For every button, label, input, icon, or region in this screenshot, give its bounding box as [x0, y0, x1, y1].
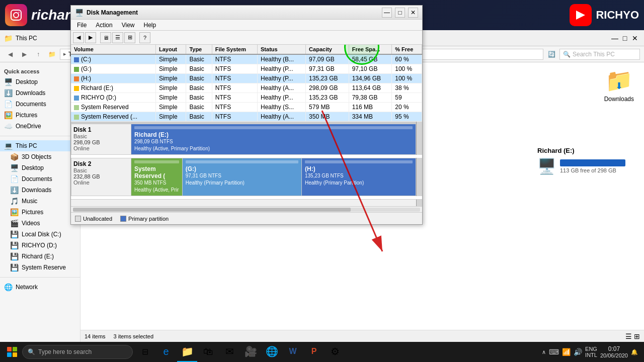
list-view-button[interactable]: ☰ — [625, 332, 632, 340]
richard-drive-bar — [560, 159, 625, 166]
status-bar: 14 items 3 items selected ☰ ⊞ — [80, 330, 644, 342]
sidebar-item-this-pc[interactable]: 💻 This PC — [0, 140, 80, 151]
forward-button[interactable]: ▶ — [18, 48, 30, 60]
dm-menu-view[interactable]: View — [118, 21, 139, 30]
taskbar-taskview[interactable]: ⊟ — [135, 342, 155, 362]
up-button[interactable]: ↑ — [32, 48, 44, 60]
dm-menu-help[interactable]: Help — [140, 21, 160, 30]
taskbar-search[interactable]: 🔍 Type here to search — [22, 345, 133, 359]
desktop-qa-icon: 🖥️ — [4, 78, 13, 86]
col-layout: Layout — [155, 45, 186, 54]
lang-indicator: ENG INTL — [585, 346, 597, 358]
taskbar-mail[interactable]: ✉ — [219, 342, 239, 362]
table-row-sysres1[interactable]: System Reserved Simple Basic NTFS Health… — [71, 103, 422, 112]
sidebar-label-pictures-qa: Pictures — [16, 112, 37, 119]
sidebar-item-pictures-qa[interactable]: 🖼️ Pictures — [0, 110, 80, 121]
disk2-part-g[interactable]: (G:) 97,31 GB NTFSHealthy (Primary Parti… — [183, 158, 302, 196]
sidebar-item-music[interactable]: 🎵 Music — [0, 196, 80, 207]
sidebar-item-desktop-qa[interactable]: 🖥️ Desktop — [0, 76, 80, 87]
dm-menu-action[interactable]: Action — [92, 21, 116, 30]
taskbar-mgmt[interactable]: ⚙ — [325, 342, 345, 362]
explorer-close-button[interactable]: ✕ — [630, 33, 640, 43]
vol-fs-e: NTFS — [212, 83, 257, 93]
taskbar-arrow-up[interactable]: ∧ — [542, 349, 546, 355]
explorer-minimize-button[interactable]: — — [610, 33, 620, 43]
richard-drive-label: Richard (E:) — [537, 147, 635, 154]
sidebar-item-downloads-pc[interactable]: ⬇️ Downloads — [0, 185, 80, 196]
sidebar-item-documents-qa[interactable]: 📄 Documents — [0, 99, 80, 110]
taskbar-edge[interactable]: e — [156, 342, 176, 362]
sidebar-item-richard-e[interactable]: 💾 Richard (E:) — [0, 251, 80, 262]
table-row-h[interactable]: (H:) Simple Basic NTFS Healthy (P... 135… — [71, 74, 422, 83]
sidebar-item-pictures-pc[interactable]: 🖼️ Pictures — [0, 207, 80, 218]
sidebar-item-network[interactable]: 🌐 Network — [0, 282, 80, 293]
start-button[interactable] — [2, 342, 22, 362]
sidebar-item-3d-objects[interactable]: 📦 3D Objects — [0, 151, 80, 162]
toolbar-table-view[interactable]: ☰ — [112, 32, 123, 43]
dm-close-button[interactable]: ✕ — [408, 8, 418, 18]
legend-unallocated: Unallocated — [75, 216, 112, 222]
sidebar-label-sysres: System Reserve — [22, 264, 66, 271]
vol-fs-c: NTFS — [212, 54, 257, 64]
refresh-button[interactable]: 🔄 — [545, 48, 557, 60]
downloads-pc-icon: ⬇️ — [10, 186, 19, 194]
toolbar-back[interactable]: ◀ — [73, 32, 84, 43]
toolbar-help[interactable]: ? — [139, 32, 150, 43]
table-row-sysres2[interactable]: System Reserved (... Simple Basic NTFS H… — [71, 112, 422, 122]
dm-toolbar: ◀ ▶ 🖥 ☰ ⊞ ? — [71, 31, 422, 45]
pictures-pc-icon: 🖼️ — [10, 208, 19, 216]
taskbar-store[interactable]: 🛍 — [198, 342, 218, 362]
taskbar-ppt[interactable]: P — [304, 342, 324, 362]
sidebar-item-downloads-qa[interactable]: ⬇️ Downloads — [0, 87, 80, 99]
dm-maximize-button[interactable]: □ — [395, 8, 405, 18]
taskbar-files[interactable]: 📁 — [177, 342, 197, 362]
table-row-c[interactable]: (C:) Simple Basic NTFS Healthy (B... 97,… — [71, 54, 422, 64]
search-box[interactable]: 🔍 Search This PC — [559, 49, 640, 60]
items-count: 14 items — [85, 333, 106, 339]
disk2-part-sysres[interactable]: System Reserved ( 350 MB NTFSHealthy (Ac… — [131, 158, 183, 196]
clock-time: 0:07 — [600, 345, 628, 352]
taskbar: 🔍 Type here to search ⊟ e 📁 🛍 ✉ 🎥 🌐 W P — [0, 342, 644, 362]
vol-cap-h: 135,23 GB — [306, 74, 349, 83]
toolbar-grid[interactable]: ⊞ — [124, 32, 135, 43]
sidebar-item-sysres[interactable]: 💾 System Reserve — [0, 262, 80, 273]
volume-table-section: Volume Layout Type File System Status Ca… — [71, 45, 422, 122]
unallocated-box — [75, 216, 81, 222]
grid-view-button[interactable]: ⊞ — [634, 332, 640, 340]
pane-divider[interactable] — [71, 122, 422, 124]
taskbar-chrome[interactable]: 🌐 — [262, 342, 282, 362]
sidebar-item-richyo-d[interactable]: 💾 RICHYO (D:) — [0, 240, 80, 251]
disk1-part-e[interactable]: Richard (E:) 298,09 GB NTFSHealthy (Acti… — [131, 124, 416, 154]
table-row-richyo[interactable]: RICHYO (D:) Simple Basic NTFS Healthy (P… — [71, 93, 422, 103]
taskbar-teams[interactable]: 🎥 — [240, 342, 261, 362]
table-row-e[interactable]: Richard (E:) Simple Basic NTFS Healthy (… — [71, 83, 422, 93]
hscroll-track — [73, 208, 420, 212]
svg-point-2 — [19, 12, 20, 13]
taskbar-word[interactable]: W — [283, 342, 303, 362]
vol-free-sysres1: 116 MB — [349, 103, 392, 112]
sidebar-item-videos[interactable]: 🎬 Videos — [0, 218, 80, 229]
disk2-part-h[interactable]: (H:) 135,23 GB NTFSHealthy (Primary Part… — [302, 158, 416, 196]
dm-scroll-thumb — [416, 200, 422, 206]
explorer-maximize-button[interactable]: □ — [620, 33, 630, 43]
unallocated-label: Unallocated — [83, 216, 112, 222]
dm-menu-file[interactable]: File — [73, 21, 91, 30]
disk1-size: 298,09 GB — [73, 139, 129, 145]
dm-minimize-button[interactable]: — — [382, 8, 392, 18]
videos-icon: 🎬 — [10, 219, 19, 227]
sidebar-item-local-c[interactable]: 💾 Local Disk (C:) — [0, 229, 80, 240]
vol-type-richyo: Basic — [186, 93, 212, 103]
vol-fs-g: NTFS — [212, 64, 257, 74]
sidebar-item-onedrive[interactable]: ☁️ OneDrive — [0, 121, 80, 132]
notification-icon[interactable]: 🔔 — [631, 349, 638, 355]
sidebar-item-desktop-pc[interactable]: 🖥️ Desktop — [0, 162, 80, 173]
sidebar-item-documents-pc[interactable]: 📄 Documents — [0, 173, 80, 185]
vol-name-g: (G:) — [71, 64, 155, 74]
taskbar-search-icon: 🔍 — [28, 348, 35, 355]
dm-hscrollbar[interactable] — [71, 206, 422, 212]
vol-free-h: 134,96 GB — [349, 74, 392, 83]
toolbar-disk-view[interactable]: 🖥 — [100, 32, 111, 43]
back-button[interactable]: ◀ — [4, 48, 16, 60]
table-row-g[interactable]: (G:) Simple Basic NTFS Healthy (P... 97,… — [71, 64, 422, 74]
toolbar-forward[interactable]: ▶ — [85, 32, 96, 43]
